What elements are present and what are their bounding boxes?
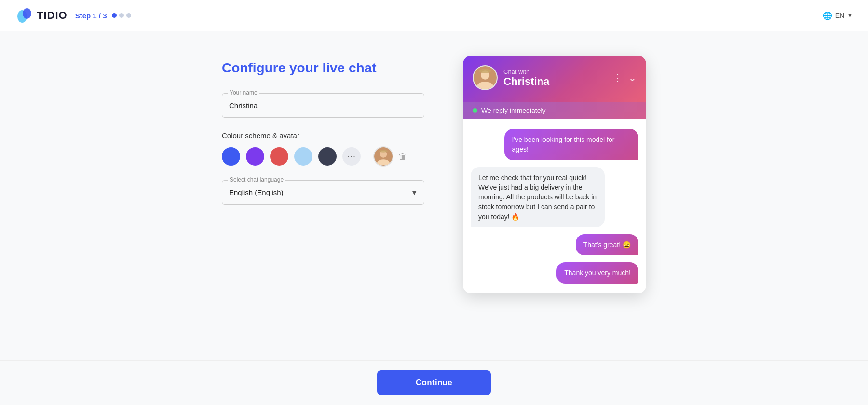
more-options-icon[interactable]: ⋮ [613,72,623,84]
dot-1 [112,13,117,18]
colour-scheme-label: Colour scheme & avatar [222,131,424,140]
lang-label: EN [835,12,844,19]
color-swatch-dark[interactable] [318,147,337,166]
svg-point-8 [479,69,491,73]
language-select-group: Select chat language English (English) F… [222,180,424,205]
message-3: That's great! 😄 [576,234,638,255]
name-label: Your name [228,89,259,96]
step-indicator: Step 1 / 3 [75,12,131,20]
chat-header-top: Chat with Christina ⋮ ⌄ [473,65,637,90]
avatar-section: 🗑 [373,146,407,167]
chat-preview-panel: Chat with Christina ⋮ ⌄ We reply immedia… [463,56,646,293]
dot-3 [126,13,131,18]
agent-name-header: Christina [503,75,549,88]
svg-point-1 [23,8,31,19]
chat-widget: Chat with Christina ⋮ ⌄ We reply immedia… [463,56,646,293]
panel-title: Configure your live chat [222,60,424,76]
chat-agent-avatar [473,65,498,90]
name-input[interactable] [222,93,424,118]
logo: TIDIO [15,7,68,24]
color-swatch-purple[interactable] [246,147,264,166]
delete-avatar-icon[interactable]: 🗑 [398,152,407,162]
chat-header-actions: ⋮ ⌄ [613,72,637,84]
chevron-down-icon[interactable]: ⌄ [628,72,637,84]
logo-text: TIDIO [37,9,68,22]
chat-header: Chat with Christina ⋮ ⌄ [463,56,646,102]
chat-body: I've been looking for this model for age… [463,119,646,293]
agent-name-block: Chat with Christina [503,68,549,88]
avatar-preview[interactable] [373,146,393,167]
main-content: Configure your live chat Your name Colou… [0,31,868,360]
message-1: I've been looking for this model for age… [504,129,638,160]
step-dots [112,13,131,18]
chat-status-bar: We reply immediately [463,102,646,119]
name-field-group: Your name [222,93,424,118]
language-label: Select chat language [228,176,285,183]
step-label: Step 1 / 3 [75,12,107,20]
message-4: Thank you very much! [556,262,638,283]
color-swatch-red[interactable] [270,147,288,166]
page-footer: Continue [0,360,868,405]
color-swatch-light-blue[interactable] [294,147,312,166]
message-2: Let me check that for you real quick! We… [471,167,605,227]
status-online-dot [473,108,477,113]
more-colors-button[interactable]: ··· [342,147,361,166]
header-left: TIDIO Step 1 / 3 [15,7,131,24]
app-header: TIDIO Step 1 / 3 🌐 EN ▼ [0,0,868,31]
config-panel: Configure your live chat Your name Colou… [222,56,424,218]
chevron-down-icon: ▼ [847,13,853,18]
chat-agent-info: Chat with Christina [473,65,549,90]
tidio-logo-icon [15,7,33,24]
continue-button[interactable]: Continue [377,370,491,395]
status-text: We reply immediately [481,107,546,114]
language-selector[interactable]: 🌐 EN ▼ [823,11,853,20]
chat-with-text: Chat with [503,68,549,75]
globe-icon: 🌐 [823,11,832,20]
color-swatch-blue[interactable] [222,147,240,166]
color-avatar-row: ··· 🗑 [222,146,424,167]
svg-point-5 [379,150,388,152]
language-select[interactable]: English (English) French (Français) Germ… [222,180,424,205]
dot-2 [119,13,124,18]
